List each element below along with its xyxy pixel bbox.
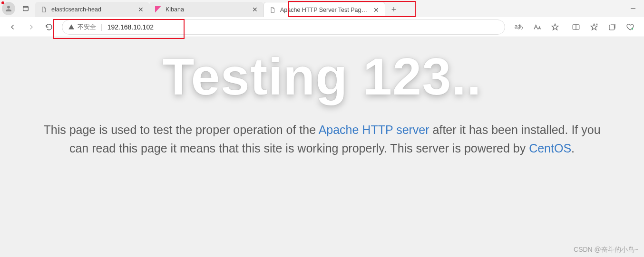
address-bar[interactable]: 不安全 | 192.168.10.102 bbox=[62, 19, 505, 35]
collections-icon bbox=[608, 23, 616, 31]
page-description: This page is used to test the proper ope… bbox=[37, 121, 607, 158]
back-button[interactable] bbox=[5, 19, 21, 35]
profile-button[interactable] bbox=[2, 2, 15, 15]
translate-button[interactable]: aあ bbox=[510, 19, 528, 35]
centos-link[interactable]: CentOS bbox=[529, 142, 571, 155]
star-icon bbox=[551, 23, 559, 31]
favorites-button[interactable] bbox=[546, 19, 564, 35]
separator: | bbox=[101, 23, 103, 31]
url-text: 192.168.10.102 bbox=[107, 23, 154, 31]
security-indicator[interactable]: 不安全 bbox=[68, 23, 96, 31]
tab-close-button[interactable]: ✕ bbox=[137, 6, 145, 13]
kibana-icon bbox=[154, 6, 162, 13]
page-icon bbox=[40, 6, 48, 13]
tab-label: elasticsearch-head bbox=[51, 6, 133, 13]
tab-actions-button[interactable] bbox=[19, 2, 32, 15]
person-icon bbox=[4, 4, 13, 13]
tab-label: Apache HTTP Server Test Page p bbox=[280, 7, 369, 13]
svg-point-8 bbox=[632, 28, 633, 29]
security-label: 不安全 bbox=[78, 23, 96, 31]
workspace-icon bbox=[22, 5, 29, 12]
notification-dot-icon bbox=[1, 1, 4, 4]
collections-button[interactable] bbox=[603, 19, 621, 35]
translate-icon: aあ bbox=[515, 23, 524, 31]
split-screen-button[interactable] bbox=[567, 19, 585, 35]
tab-label: Kibana bbox=[166, 6, 247, 13]
page-viewport: Testing 123.. This page is used to test … bbox=[0, 37, 644, 257]
star-add-icon bbox=[590, 23, 598, 31]
browser-titlebar: elasticsearch-head ✕ Kibana ✕ Apache HTT… bbox=[0, 0, 644, 17]
browser-tab-1[interactable]: elasticsearch-head ✕ bbox=[35, 2, 149, 17]
browser-toolbar: 不安全 | 192.168.10.102 aあ bbox=[0, 17, 644, 37]
refresh-button[interactable] bbox=[41, 19, 57, 35]
browser-tab-2[interactable]: Kibana ✕ bbox=[149, 2, 263, 17]
tab-close-button[interactable]: ✕ bbox=[372, 6, 380, 14]
arrow-right-icon bbox=[27, 23, 35, 31]
window-minimize-button[interactable] bbox=[622, 0, 644, 17]
favorites-bar-button[interactable] bbox=[585, 19, 603, 35]
refresh-icon bbox=[45, 23, 53, 31]
heart-pulse-icon bbox=[626, 23, 634, 31]
arrow-left-icon bbox=[9, 23, 17, 31]
forward-button[interactable] bbox=[23, 19, 39, 35]
watermark-text: CSDN @奋斗的小鸟~ bbox=[574, 246, 638, 254]
text-size-icon bbox=[533, 23, 541, 31]
svg-rect-0 bbox=[23, 6, 29, 10]
page-heading: Testing 123.. bbox=[0, 50, 644, 103]
tab-close-button[interactable]: ✕ bbox=[251, 6, 259, 13]
split-icon bbox=[572, 23, 580, 31]
warning-icon bbox=[68, 24, 75, 30]
page-icon bbox=[269, 6, 276, 14]
minimize-icon bbox=[630, 6, 636, 11]
browser-tab-3[interactable]: Apache HTTP Server Test Page p ✕ bbox=[263, 2, 385, 17]
browser-essentials-button[interactable] bbox=[621, 19, 639, 35]
read-aloud-button[interactable] bbox=[528, 19, 546, 35]
new-tab-button[interactable]: + bbox=[387, 3, 400, 16]
apache-link[interactable]: Apache HTTP server bbox=[319, 123, 429, 136]
svg-rect-7 bbox=[609, 25, 615, 30]
